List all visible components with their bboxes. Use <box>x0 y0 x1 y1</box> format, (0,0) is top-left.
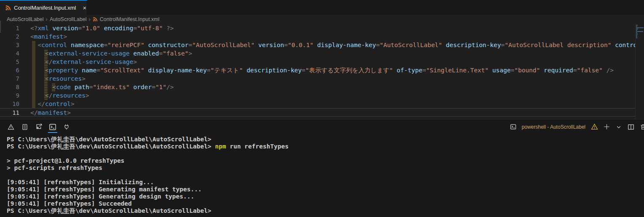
vscode-window: ControlManifest.Input.xml × AutoScrollLa… <box>0 0 644 217</box>
breadcrumb-item-folder[interactable]: AutoScrollLabel <box>7 16 44 22</box>
code-lines[interactable]: 1<?xml version="1.0" encoding="utf-8" ?>… <box>0 24 635 119</box>
output-icon[interactable] <box>20 119 30 134</box>
xml-file-icon <box>5 5 11 11</box>
bottom-panel: powershell - AutoScrollLabel <box>0 119 644 217</box>
terminal-line: [9:05:41] [refreshTypes] Generating mani… <box>7 186 644 193</box>
terminal-icon[interactable] <box>48 119 58 134</box>
terminal-dropdown-chevron-icon[interactable] <box>615 123 623 131</box>
split-terminal-button[interactable] <box>627 123 635 131</box>
tab-controlmanifest[interactable]: ControlManifest.Input.xml × <box>0 0 87 15</box>
line-number: 5 <box>0 58 19 66</box>
panel-tabs <box>0 119 72 134</box>
line-number: 2 <box>0 32 19 41</box>
panel-header: powershell - AutoScrollLabel <box>0 119 644 134</box>
code-line[interactable]: 2<manifest> <box>0 32 635 41</box>
ports-icon[interactable] <box>61 119 72 134</box>
terminal-line: > pcf-scripts refreshTypes <box>7 164 644 172</box>
terminal-line <box>7 172 644 179</box>
problems-icon[interactable] <box>6 119 16 134</box>
tab-close-icon[interactable]: × <box>81 4 88 11</box>
terminal-line <box>7 150 644 157</box>
breadcrumb-separator: › <box>88 16 90 22</box>
terminal-line: [9:05:41] [refreshTypes] Initializing... <box>7 179 644 186</box>
line-number: 4 <box>0 49 19 58</box>
left-sash[interactable] <box>0 21 1 33</box>
code-line[interactable]: 6 <property name="ScrollText" display-na… <box>0 66 635 74</box>
editor-tab-bar: ControlManifest.Input.xml × <box>0 0 644 15</box>
line-number: 9 <box>0 91 19 100</box>
code-line[interactable]: 9 </resources> <box>0 91 635 100</box>
panel-actions: powershell - AutoScrollLabel <box>509 119 644 134</box>
code-editor: 1<?xml version="1.0" encoding="utf-8" ?>… <box>0 24 644 119</box>
line-number: 1 <box>0 24 19 32</box>
line-number: 10 <box>0 100 19 108</box>
kill-terminal-trash-icon[interactable] <box>639 123 644 131</box>
code-line[interactable]: 1<?xml version="1.0" encoding="utf-8" ?> <box>0 24 635 32</box>
code-line[interactable]: 3 <control namespace="reirePCF" construc… <box>0 41 635 49</box>
line-number: 8 <box>0 83 19 91</box>
xml-file-icon <box>93 17 98 22</box>
debug-console-icon[interactable] <box>34 119 44 134</box>
code-line[interactable]: 4 <external-service-usage enabled="false… <box>0 49 635 58</box>
code-line[interactable]: 5 </external-service-usage> <box>0 58 635 66</box>
terminal-session-label[interactable]: powershell - AutoScrollLabel <box>522 124 585 130</box>
code-line[interactable]: 7 <resources> <box>0 74 635 83</box>
new-terminal-button[interactable] <box>602 123 611 131</box>
breadcrumb-separator: › <box>46 16 48 22</box>
breadcrumb-item-file[interactable]: ControlManifest.Input.xml <box>100 16 160 22</box>
line-number: 7 <box>0 74 19 83</box>
tab-title: ControlManifest.Input.xml <box>14 5 76 11</box>
terminal-line: PS C:\Users\伊礼圭吾\dev\AutoScrollLabel\Aut… <box>7 143 644 150</box>
line-number: 6 <box>0 66 19 74</box>
line-number: 3 <box>0 41 19 49</box>
breadcrumb-item-subfolder[interactable]: AutoScrollLabel <box>50 16 87 22</box>
code-line[interactable]: 8 <code path="index.ts" order="1"/> <box>0 83 635 91</box>
minimap[interactable] <box>635 24 644 119</box>
line-number: 11 <box>0 108 19 117</box>
code-line[interactable]: 11</manifest> <box>0 108 635 116</box>
breadcrumb: AutoScrollLabel › AutoScrollLabel › Cont… <box>0 15 644 24</box>
terminal-line: [9:05:41] [refreshTypes] Generating desi… <box>7 193 644 200</box>
code-line[interactable]: 10 </control> <box>0 100 635 108</box>
terminal-warning-icon <box>590 123 599 131</box>
terminal-line: PS C:\Users\伊礼圭吾\dev\AutoScrollLabel\Aut… <box>7 136 644 143</box>
terminal-line: > pcf-project@1.0.0 refreshTypes <box>7 157 644 164</box>
terminal-output[interactable]: PS C:\Users\伊礼圭吾\dev\AutoScrollLabel\Aut… <box>7 136 644 217</box>
terminal-process-icon <box>509 123 518 131</box>
terminal-line: PS C:\Users\伊礼圭吾\dev\AutoScrollLabel\Aut… <box>7 207 644 214</box>
terminal-line: [9:05:41] [refreshTypes] Succeeded <box>7 200 644 207</box>
